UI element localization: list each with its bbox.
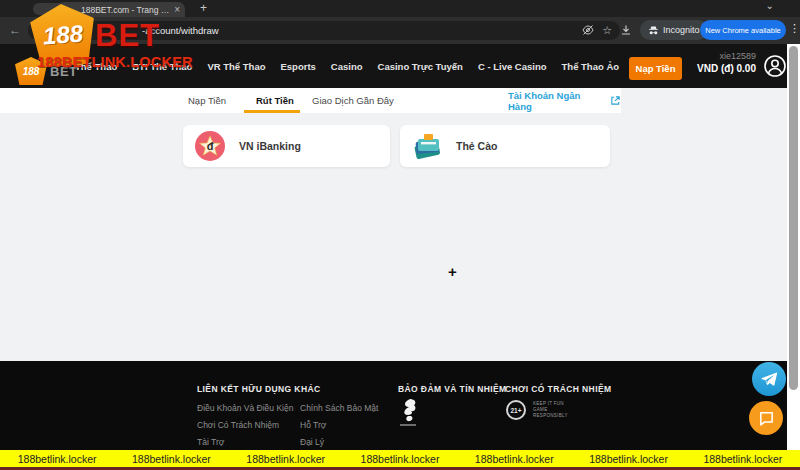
logo-bet-text: BET: [50, 64, 78, 79]
incognito-icon: [648, 25, 659, 36]
chevron-down-icon[interactable]: ⌄: [766, 0, 774, 11]
browser-tab-title: 188BET.com - Trang chủ chín: [81, 5, 171, 15]
withdraw-tabbar: Nạp Tiền Rút Tiền Giao Dịch Gần Đây Tài …: [0, 88, 621, 113]
browser-tab[interactable]: 188BET.com - Trang chủ chín ×: [57, 2, 185, 17]
payment-trust-icon: [399, 399, 419, 427]
nav-item-casino[interactable]: Casino: [331, 61, 363, 72]
active-tab-underline: [244, 110, 300, 113]
telegram-icon: [760, 370, 778, 388]
nav-item-casino-truc-tuyen[interactable]: Casino Trực Tuyến: [378, 61, 463, 72]
nav-item-esports[interactable]: Esports: [280, 61, 315, 72]
tab-nap-tien[interactable]: Nạp Tiền: [188, 88, 226, 113]
incognito-badge: Incognito: [640, 20, 708, 40]
chat-bubble-icon: [758, 410, 775, 427]
back-icon[interactable]: ←: [9, 23, 21, 37]
marquee-text: 188betlink.locker: [475, 453, 554, 465]
scrollbar-thumb[interactable]: [789, 46, 798, 390]
footer-link-dai-ly[interactable]: Đại Lý: [300, 437, 324, 447]
livechat-button[interactable]: [749, 401, 783, 435]
footer-heading-useful-links: LIÊN KẾT HỮU DỤNG KHÁC: [197, 384, 321, 394]
browser-toolbar: ← -account/withdraw ☆ Incognito New Chro…: [0, 17, 800, 44]
footer: LIÊN KẾT HỮU DỤNG KHÁC Điều Khoản Và Điề…: [0, 361, 787, 450]
external-link-icon: [610, 95, 621, 106]
site-logo[interactable]: 188 BET: [15, 57, 78, 85]
balance: VND (đ) 0.00: [697, 63, 756, 74]
bank-account-link-label: Tài Khoản Ngân Hàng: [508, 90, 605, 112]
footer-link-tai-tro[interactable]: Tài Trợ: [197, 437, 224, 447]
the-cao-icon: [412, 131, 442, 161]
cursor-plus: +: [448, 263, 457, 280]
nav-item-bti-the-thao[interactable]: BTI Thể Thao: [132, 61, 192, 72]
footer-link-chinh-sach-bao-mat[interactable]: Chính Sách Bảo Mật: [300, 403, 378, 413]
address-bar[interactable]: -account/withdraw ☆: [28, 21, 620, 40]
menu-dots-icon[interactable]: ⋮: [789, 22, 800, 35]
username: xie12589: [697, 51, 756, 61]
footer-link-choi-co-trach-nhiem[interactable]: Chơi Có Trách Nhiệm: [197, 420, 279, 430]
marquee-text: 188betlink.locker: [361, 453, 440, 465]
user-info[interactable]: xie12589 VND (đ) 0.00: [697, 51, 756, 74]
age-21-badge: 21+: [506, 400, 526, 420]
url-text: -account/withdraw: [28, 25, 219, 36]
footer-link-ho-tro[interactable]: Hỗ Trợ: [300, 420, 326, 430]
nav-item-the-thao-ao[interactable]: Thể Thao Ảo: [562, 61, 620, 72]
new-tab-icon[interactable]: +: [200, 1, 207, 15]
tab-giao-dich-gan-day[interactable]: Giao Dịch Gần Đây: [312, 88, 394, 113]
footer-link-dieu-khoan[interactable]: Điều Khoản Và Điều Kiện: [197, 403, 293, 413]
trust-logo-caption: [400, 424, 416, 426]
download-icon[interactable]: [620, 24, 632, 36]
close-icon[interactable]: ×: [174, 5, 180, 15]
telegram-button[interactable]: [752, 362, 786, 396]
eye-off-icon[interactable]: [582, 24, 594, 36]
method-label: VN iBanking: [239, 140, 301, 152]
bank-account-link[interactable]: Tài Khoản Ngân Hàng: [508, 88, 621, 113]
marquee-bar: 188betlink.locker 188betlink.locker 188b…: [0, 450, 800, 467]
responsible-gaming-text: KEEP IT FUN GAME RESPONSIBLY: [533, 401, 568, 419]
chrome-update-button[interactable]: New Chrome available: [700, 20, 786, 40]
avatar-icon[interactable]: [763, 54, 787, 82]
vn-ibanking-icon: đ: [195, 131, 225, 161]
method-label: Thẻ Cào: [456, 140, 497, 152]
marquee-text: 188betlink.locker: [589, 453, 668, 465]
nav-item-the-thao[interactable]: Thể Thao: [75, 61, 117, 72]
logo-188-badge: 188: [15, 57, 47, 85]
marquee-text: 188betlink.locker: [703, 453, 782, 465]
bookmark-star-icon[interactable]: ☆: [602, 25, 612, 36]
marquee-text: 188betlink.locker: [132, 453, 211, 465]
footer-heading-trust: BẢO ĐẢM VÀ TÍN NHIỆM: [398, 384, 507, 394]
marquee-text: 188betlink.locker: [18, 453, 97, 465]
site-header: 188 BET Thể Thao BTI Thể Thao VR Thể Tha…: [0, 44, 800, 88]
svg-text:đ: đ: [207, 140, 214, 152]
method-card-vn-ibanking[interactable]: đ VN iBanking: [183, 125, 390, 167]
method-card-the-cao[interactable]: Thẻ Cào: [400, 125, 610, 167]
nav-item-vr-the-thao[interactable]: VR Thể Thao: [207, 61, 265, 72]
nav-item-c-live-casino[interactable]: C - Live Casino: [478, 61, 547, 72]
scrollbar[interactable]: [787, 44, 800, 450]
browser-tabstrip: 188BET.com - Trang chủ chín × + ⌄: [0, 0, 800, 17]
footer-heading-responsible: CHƠI CÓ TRÁCH NHIỆM: [505, 384, 611, 394]
main-nav: Thể Thao BTI Thể Thao VR Thể Thao Esport…: [75, 44, 661, 88]
marquee-text: 188betlink.locker: [246, 453, 325, 465]
deposit-button[interactable]: Nạp Tiền: [629, 57, 682, 80]
incognito-label: Incognito: [663, 25, 700, 35]
